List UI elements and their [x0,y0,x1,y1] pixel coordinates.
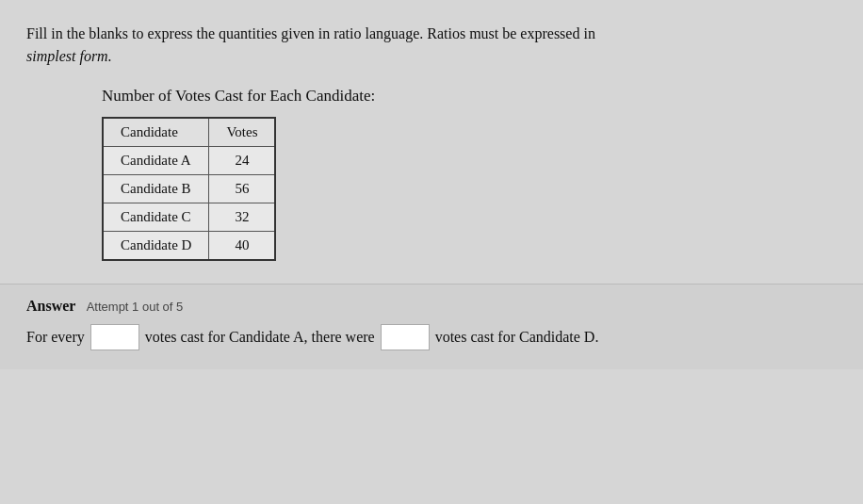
table-row: Candidate B 56 [103,175,275,203]
input-candidate-d-votes[interactable] [381,324,430,350]
prompt-for-every: For every [26,329,85,346]
input-candidate-a-votes[interactable] [90,324,139,350]
col-header-candidate: Candidate [103,118,209,147]
votes-table: Candidate Votes Candidate A 24 Candidate… [102,117,276,261]
candidate-b-name: Candidate B [103,175,209,203]
instructions-text: Fill in the blanks to express the quanti… [26,23,837,68]
table-header-row: Candidate Votes [103,118,275,147]
candidate-d-name: Candidate D [103,232,209,261]
answer-row: For every votes cast for Candidate A, th… [26,324,837,350]
candidate-c-name: Candidate C [103,203,209,232]
prompt-middle: votes cast for Candidate A, there were [145,329,375,346]
candidate-a-votes: 24 [209,147,276,175]
candidate-d-votes: 40 [209,232,276,261]
instructions-line1: Fill in the blanks to express the quanti… [26,25,595,41]
table-row: Candidate C 32 [103,203,275,232]
main-content: Fill in the blanks to express the quanti… [0,0,863,261]
table-title: Number of Votes Cast for Each Candidate: [102,87,837,106]
table-section: Number of Votes Cast for Each Candidate:… [102,87,837,261]
table-row: Candidate A 24 [103,147,275,175]
answer-label-row: Answer Attempt 1 out of 5 [26,298,837,315]
candidate-a-name: Candidate A [103,147,209,175]
answer-heading: Answer [26,298,75,314]
candidate-c-votes: 32 [209,203,276,232]
candidate-b-votes: 56 [209,175,276,203]
instructions-line2: simplest form. [26,48,112,64]
prompt-after: votes cast for Candidate D. [435,329,599,346]
answer-section: Answer Attempt 1 out of 5 For every vote… [0,284,863,369]
col-header-votes: Votes [209,118,276,147]
table-row: Candidate D 40 [103,232,275,261]
attempt-text: Attempt 1 out of 5 [87,300,184,314]
